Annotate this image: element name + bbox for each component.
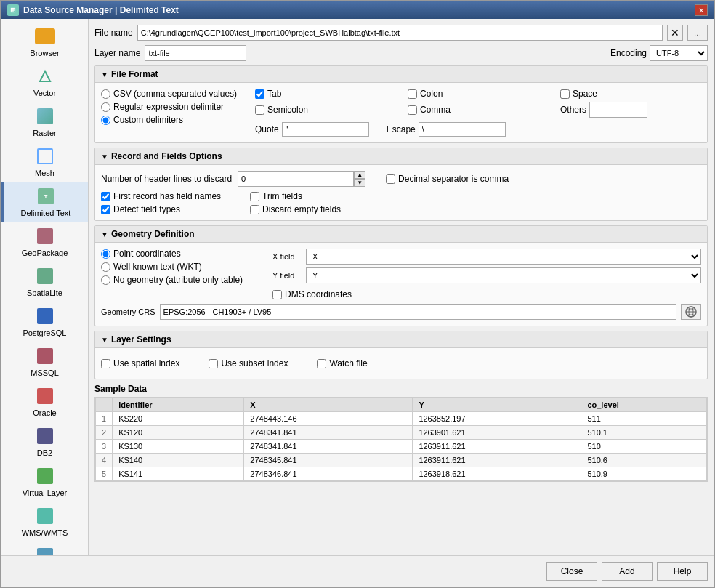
help-button[interactable]: Help (657, 562, 708, 581)
nogeom-radio-item[interactable]: No geometry (attribute only table) (101, 275, 261, 285)
spinbox-up-button[interactable]: ▲ (354, 171, 365, 179)
header-lines-input[interactable] (238, 171, 354, 187)
sidebar-item-delimited-text[interactable]: T Delimited Text (1, 182, 88, 222)
header-discard-row: Number of header lines to discard ▲ ▼ De… (101, 171, 701, 187)
trim-fields-checkbox[interactable] (250, 192, 259, 201)
mssql-icon (37, 348, 53, 364)
space-checkbox[interactable] (560, 89, 570, 99)
cell-y: 1263901.621 (413, 426, 581, 440)
clear-file-button[interactable]: ✕ (667, 25, 683, 41)
space-checkbox-item[interactable]: Space (560, 89, 701, 99)
nogeom-radio[interactable] (101, 275, 110, 285)
spatial-index-checkbox[interactable] (101, 359, 110, 368)
sidebar-item-db2[interactable]: DB2 (1, 422, 88, 462)
cell-identifier: KS140 (113, 454, 244, 467)
file-format-title: File Format (111, 69, 158, 79)
sidebar-item-wcs[interactable]: WCS (1, 541, 88, 555)
sidebar-item-virtual-layer[interactable]: Virtual Layer (1, 462, 88, 502)
sidebar-item-wms[interactable]: WMS/WMTS (1, 502, 88, 541)
sidebar-label-geopackage: GeoPackage (22, 249, 68, 257)
row-num: 2 (96, 426, 113, 440)
discard-empty-checkbox[interactable] (250, 205, 259, 214)
trim-fields-item[interactable]: Trim fields (250, 191, 341, 201)
crs-input[interactable] (160, 304, 676, 320)
comma-checkbox[interactable] (408, 105, 417, 115)
watch-file-item[interactable]: Watch file (317, 358, 367, 368)
spinbox-down-button[interactable]: ▼ (354, 179, 365, 187)
others-input[interactable] (589, 102, 647, 118)
file-path-input[interactable] (137, 25, 663, 41)
browser-icon (35, 28, 55, 44)
subset-index-item[interactable]: Use subset index (209, 358, 288, 368)
detect-types-checkbox[interactable] (101, 205, 110, 214)
escape-input[interactable] (419, 122, 506, 137)
window-title: Data Source Manager | Delimited Text (23, 5, 179, 15)
y-field-row: Y field Y (272, 267, 701, 283)
regex-radio-item[interactable]: Regular expression delimiter (101, 102, 246, 112)
close-button[interactable]: Close (546, 562, 597, 581)
sidebar-item-mesh[interactable]: Mesh (1, 142, 88, 182)
layer-name-input[interactable] (145, 45, 246, 61)
tab-checkbox[interactable] (255, 89, 264, 99)
geometry-header[interactable]: ▼ Geometry Definition (95, 226, 707, 243)
delimited-icon: T (38, 188, 54, 204)
point-coords-radio-item[interactable]: Point coordinates (101, 249, 261, 259)
oracle-icon (37, 388, 53, 404)
bottom-buttons: Close Add Help (1, 555, 714, 587)
sidebar-item-vector[interactable]: Vector (1, 62, 88, 102)
sample-data-section: Sample Data identifier X Y co_level (94, 384, 708, 482)
crs-row: Geometry CRS (101, 304, 701, 320)
file-format-header[interactable]: ▼ File Format (95, 66, 707, 83)
decimal-comma-item[interactable]: Decimal separator is comma (386, 174, 509, 184)
quote-input[interactable] (282, 122, 369, 137)
sidebar-item-mssql[interactable]: MSSQL (1, 342, 88, 382)
wkt-radio-item[interactable]: Well known text (WKT) (101, 262, 261, 272)
custom-radio[interactable] (101, 116, 110, 125)
browse-file-button[interactable]: … (687, 25, 708, 41)
add-button[interactable]: Add (602, 562, 653, 581)
record-fields-header[interactable]: ▼ Record and Fields Options (95, 148, 707, 165)
close-window-button[interactable]: ✕ (695, 4, 708, 16)
semicolon-checkbox-item[interactable]: Semicolon (255, 102, 396, 118)
quote-row: Quote (255, 122, 369, 137)
csv-radio[interactable] (101, 89, 110, 99)
y-field-select[interactable]: Y (306, 267, 701, 283)
colon-checkbox-item[interactable]: Colon (408, 89, 549, 99)
layer-settings-header[interactable]: ▼ Layer Settings (95, 331, 707, 348)
x-field-select[interactable]: X (306, 249, 701, 265)
tab-checkbox-item[interactable]: Tab (255, 89, 396, 99)
first-record-item[interactable]: First record has field names (101, 191, 221, 201)
sidebar-item-postgresql[interactable]: PostgreSQL (1, 302, 88, 342)
first-record-checkbox[interactable] (101, 192, 110, 201)
sidebar-item-spatialite[interactable]: SpatiaLite (1, 262, 88, 302)
crs-select-button[interactable] (681, 304, 701, 320)
csv-radio-item[interactable]: CSV (comma separated values) (101, 89, 246, 99)
cell-y: 1263911.621 (413, 440, 581, 454)
sidebar-item-oracle[interactable]: Oracle (1, 382, 88, 422)
comma-checkbox-item[interactable]: Comma (408, 102, 549, 118)
wms-icon (37, 508, 53, 524)
sidebar-item-browser[interactable]: Browser (1, 22, 88, 62)
discard-empty-item[interactable]: Discard empty fields (250, 204, 341, 214)
layer-name-row: Layer name Encoding UTF-8 Latin-1 ASCII (94, 45, 708, 61)
colon-checkbox[interactable] (408, 89, 417, 99)
spatial-index-item[interactable]: Use spatial index (101, 358, 179, 368)
dms-checkbox[interactable] (272, 290, 282, 299)
wkt-radio[interactable] (101, 262, 110, 272)
semicolon-checkbox[interactable] (255, 105, 264, 115)
watch-file-checkbox[interactable] (317, 359, 326, 368)
subset-index-checkbox[interactable] (209, 359, 218, 368)
dms-row: DMS coordinates (272, 289, 701, 299)
regex-radio[interactable] (101, 102, 110, 112)
dms-checkbox-item[interactable]: DMS coordinates (272, 289, 352, 299)
detect-types-item[interactable]: Detect field types (101, 204, 221, 214)
point-coords-radio[interactable] (101, 249, 110, 259)
custom-radio-item[interactable]: Custom delimiters (101, 115, 246, 125)
sidebar-item-geopackage[interactable]: GeoPackage (1, 222, 88, 262)
table-row: 2 KS120 2748341.841 1263901.621 510.1 (96, 426, 707, 440)
encoding-select[interactable]: UTF-8 Latin-1 ASCII (650, 45, 708, 61)
decimal-comma-checkbox[interactable] (386, 174, 395, 184)
sample-data-table: identifier X Y co_level 1 KS220 2748443.… (95, 398, 707, 481)
sidebar-item-raster[interactable]: Raster (1, 102, 88, 142)
encoding-label: Encoding (610, 48, 647, 58)
